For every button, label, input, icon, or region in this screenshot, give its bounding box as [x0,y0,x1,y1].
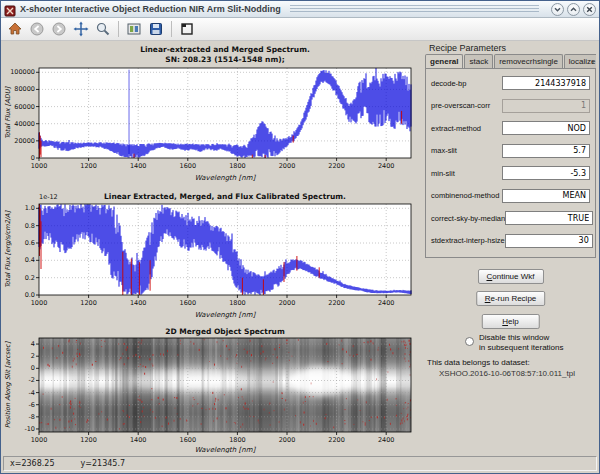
svg-text:2400: 2400 [378,436,395,444]
svg-text:-2: -2 [29,376,35,384]
svg-text:0.8: 0.8 [25,222,35,230]
disable-window-checkbox-row[interactable]: Disable this window in subsequent iterat… [465,333,564,353]
tab-stack[interactable]: stack [464,54,493,68]
field-row: correct-sky-by-median [431,207,590,230]
pre-overscan-corr-input [502,99,590,113]
close-button[interactable] [583,3,596,16]
titlebar[interactable]: X-shooter Interactive Object Reduction N… [1,1,599,18]
back-icon[interactable] [27,19,47,39]
pre-overscan-corr-label: pre-overscan-corr [431,101,490,110]
configure-subplots-icon[interactable] [124,19,144,39]
field-row: pre-overscan-corr [431,95,590,118]
stdextract-interp-hsize-label: stdextract-interp-hsize [431,236,505,245]
cursor-x-readout: x=2368.25 [10,459,55,468]
app-window: X-shooter Interactive Object Reduction N… [0,0,600,474]
svg-text:1200: 1200 [80,162,97,170]
svg-text:1800: 1800 [229,299,246,307]
correct-sky-by-median-input[interactable] [505,211,593,225]
decode-bp-label: decode-bp [431,79,466,88]
svg-text:2200: 2200 [328,299,345,307]
combinenod-method-label: combinenod-method [431,191,499,200]
figure-area: 1000120014001600180020002200240002000040… [3,41,419,453]
tab-scroll-right-icon[interactable]: › [589,57,596,67]
continue-wkf-button[interactable]: Continue Wkf [477,269,543,284]
svg-text:2000: 2000 [279,299,296,307]
save-icon[interactable] [146,19,166,39]
svg-text:20000: 20000 [14,137,35,145]
svg-text:1000: 1000 [31,299,48,307]
extract-method-input[interactable] [502,121,590,135]
field-row: decode-bp [431,72,590,95]
toolbar-separator [118,21,119,37]
min-slit-input[interactable] [502,166,590,180]
svg-text:1e-12: 1e-12 [39,193,58,201]
svg-text:Wavelength [nm]: Wavelength [nm] [195,174,257,182]
svg-text:1000: 1000 [31,162,48,170]
svg-text:4: 4 [31,340,35,348]
rerun-recipe-button[interactable]: Re-run Recipe [476,291,546,306]
svg-text:2D Merged Object Spectrum: 2D Merged Object Spectrum [165,327,285,336]
svg-text:Position Along Slit [arcsec]: Position Along Slit [arcsec] [4,340,12,428]
tab-general[interactable]: general [425,54,463,68]
svg-text:Wavelength [nm]: Wavelength [nm] [195,311,257,319]
svg-text:2400: 2400 [378,162,395,170]
svg-text:-4: -4 [29,389,35,397]
svg-text:0: 0 [31,364,35,372]
svg-text:-8: -8 [29,413,35,421]
svg-text:SN: 208.23 (1514-1548 nm);: SN: 208.23 (1514-1548 nm); [165,55,284,64]
toolbar [1,18,599,41]
svg-text:0.6: 0.6 [25,239,35,247]
titlebar-stripes [290,5,539,13]
field-row: stdextract-interp-hsize [431,230,590,253]
home-icon[interactable] [5,19,25,39]
svg-text:60000: 60000 [14,103,35,111]
svg-text:0: 0 [31,154,35,162]
svg-text:Linear-extracted and Merged Sp: Linear-extracted and Merged Spectrum. [140,45,310,54]
pan-icon[interactable] [71,19,91,39]
stdextract-interp-hsize-input[interactable] [505,234,593,248]
svg-text:2: 2 [31,352,35,360]
svg-text:2200: 2200 [328,436,345,444]
toolbar-separator [171,21,172,37]
svg-text:Total Flux [erg/s/cm2/A]: Total Flux [erg/s/cm2/A] [4,210,12,288]
minimize-button[interactable] [551,3,564,16]
forward-icon[interactable] [49,19,69,39]
svg-text:1800: 1800 [229,436,246,444]
tab-bar: general stack removecrhsingle localize › [425,52,596,68]
help-button[interactable]: Help [481,314,539,329]
svg-text:40000: 40000 [14,120,35,128]
svg-text:1200: 1200 [80,299,97,307]
svg-text:100000: 100000 [10,68,35,76]
field-row: min-slit [431,162,590,185]
recipe-parameters-panel: Recipe Parameters general stack removecr… [421,41,600,453]
zoom-icon[interactable] [93,19,113,39]
svg-text:1.0: 1.0 [25,204,35,212]
svg-text:1200: 1200 [80,436,97,444]
svg-text:1400: 1400 [130,299,147,307]
combinenod-method-input[interactable] [502,189,590,203]
disable-window-checkbox[interactable] [465,337,474,346]
max-slit-input[interactable] [502,144,590,158]
tab-removecrhsingle[interactable]: removecrhsingle [494,54,563,68]
plot1-merged-spectrum-chart[interactable]: 1000120014001600180020002200240002000040… [3,41,419,188]
svg-text:0.0: 0.0 [25,291,35,299]
svg-text:-6: -6 [29,401,35,409]
svg-text:Total Flux [ADU]: Total Flux [ADU] [4,85,12,139]
svg-text:2200: 2200 [328,162,345,170]
tab-pane-general: decode-bp pre-overscan-corr extract-meth… [425,68,596,258]
plot2-flux-calibrated-spectrum-chart[interactable]: 100012001400160018002000220024000.00.20.… [3,188,419,323]
exit-icon[interactable] [177,19,197,39]
field-row: extract-method [431,117,590,140]
decode-bp-input[interactable] [502,76,590,90]
plot3-2d-object-spectrum-chart[interactable]: 10001200140016001800200022002400420-2-4-… [3,323,419,453]
maximize-button[interactable] [567,3,580,16]
svg-text:2000: 2000 [279,436,296,444]
max-slit-label: max-slit [431,146,457,155]
app-icon [4,3,16,15]
dataset-name: XSHOO.2016-10-06T08:57:10.011_tpl [427,368,575,379]
cursor-coordinates: x=2368.25 y=21345.7 [3,456,597,471]
svg-text:80000: 80000 [14,85,35,93]
cursor-y-readout: y=21345.7 [81,459,126,468]
svg-text:1800: 1800 [229,162,246,170]
min-slit-label: min-slit [431,169,455,178]
